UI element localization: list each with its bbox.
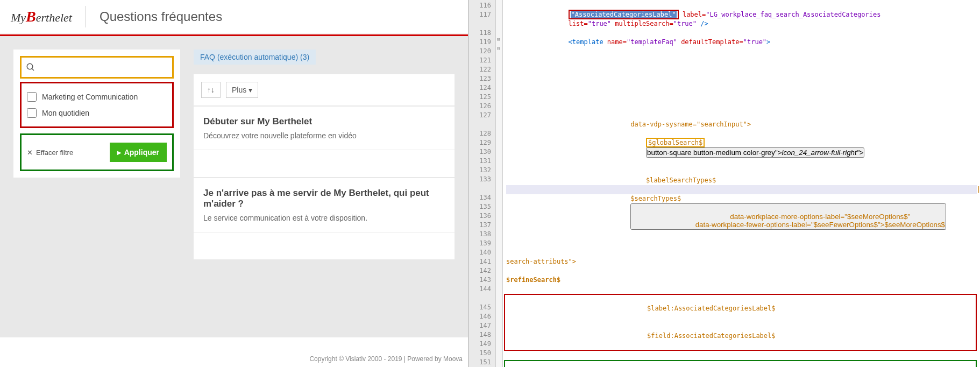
faq-app: MyBerthelet Questions fréquentes Marketi… [0,0,468,367]
arrow-right-icon: ▸ [117,148,121,157]
line-number-gutter: 116117 118119120121122123124125126127 12… [468,0,495,367]
faq-item-desc: Découvrez votre nouvelle plateforme en v… [203,131,445,140]
logo-b: B [26,8,36,25]
clear-filter-button[interactable]: ✕ Effacer filtre [27,149,73,157]
actions-highlight: ✕ Effacer filtre ▸ Appliquer [20,133,174,171]
logo-rest: erthelet [36,11,72,24]
category-item[interactable]: Marketing et Communication [26,89,168,105]
more-label: Plus [232,86,246,94]
footer-copyright: Copyright © Visiativ 2000 - 2019 | Power… [309,355,463,363]
search-box-highlight [20,56,174,79]
sort-icon: ↑↓ [207,86,215,94]
svg-point-0 [27,63,33,69]
faq-item[interactable]: Débuter sur My Berthelet Découvrez votre… [194,107,455,150]
category-checkbox[interactable] [27,92,37,102]
code-content[interactable]: "AssociatedCategoriesLabel" label="LG_wo… [503,0,980,367]
page-title: Questions fréquentes [100,9,222,24]
search-icon [26,62,35,72]
faq-count-link[interactable]: FAQ (exécution automatique) (3) [194,50,316,65]
faq-item-title: Débuter sur My Berthelet [203,116,445,127]
categories-highlight: Marketing et Communication Mon quotidien [20,82,174,128]
logo-my: My [11,11,26,24]
results-column: FAQ (exécution automatique) (3) ↑↓ Plus … [194,50,455,324]
close-icon: ✕ [27,149,33,157]
content-area: Marketing et Communication Mon quotidien… [0,36,468,337]
svg-line-1 [32,68,34,70]
caret-down-icon: ▾ [248,86,252,94]
sort-button[interactable]: ↑↓ [201,82,221,98]
app-header: MyBerthelet Questions fréquentes [0,0,468,33]
category-item[interactable]: Mon quotidien [26,105,168,121]
results-toolbar: ↑↓ Plus ▾ [194,74,455,105]
category-checkbox[interactable] [27,108,37,118]
faq-item-desc: Le service communication est à votre dis… [203,214,445,222]
fold-minus-icon[interactable]: ⊟ [497,46,500,51]
filter-sidebar: Marketing et Communication Mon quotidien… [13,50,180,178]
header-divider [86,6,86,27]
apply-label: Appliquer [124,148,159,157]
faq-item[interactable]: Je n'arrive pas à me servir de My Berthe… [194,178,455,232]
more-button[interactable]: Plus ▾ [226,82,258,98]
clear-label: Effacer filtre [36,149,73,157]
code-editor: 116117 118119120121122123124125126127 12… [468,0,980,367]
logo: MyBerthelet [11,8,72,25]
category-label: Mon quotidien [42,109,89,117]
apply-button[interactable]: ▸ Appliquer [110,143,167,162]
fold-minus-icon[interactable]: ⊟ [497,37,500,42]
search-input[interactable] [40,63,168,72]
faq-item-title: Je n'arrive pas à me servir de My Berthe… [203,188,445,209]
fold-column: ⊟ ⊟ [495,0,503,367]
category-label: Marketing et Communication [42,93,138,101]
